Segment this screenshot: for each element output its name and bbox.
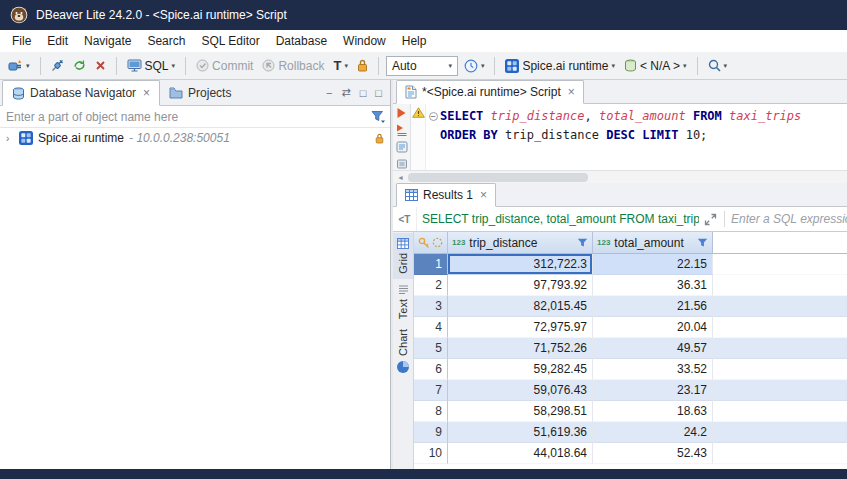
cell-total-amount[interactable]: 23.17 — [593, 380, 713, 401]
cell-total-amount[interactable]: 49.57 — [593, 338, 713, 359]
row-number[interactable]: 1 — [414, 254, 448, 275]
cell-total-amount[interactable]: 20.04 — [593, 317, 713, 338]
results-grid: 123 trip_distance 123 total_amount — [414, 232, 847, 469]
connection-lock-icon — [375, 133, 384, 144]
sql-editor[interactable]: − SELECT trip_distance, total_amount FRO… — [426, 104, 847, 170]
cell-trip-distance[interactable]: 51,619.36 — [448, 422, 593, 443]
execute-script-icon[interactable] — [396, 124, 408, 136]
menu-item-file[interactable]: File — [4, 31, 39, 51]
commit-button[interactable]: Commit — [193, 57, 256, 75]
row-number[interactable]: 10 — [414, 443, 448, 464]
toolbar-separator — [185, 57, 186, 75]
cell-trip-distance[interactable]: 59,282.45 — [448, 359, 593, 380]
menu-item-search[interactable]: Search — [139, 31, 193, 51]
close-icon[interactable]: × — [480, 188, 487, 202]
row-number[interactable]: 2 — [414, 275, 448, 296]
explain-plan-icon[interactable] — [396, 141, 408, 153]
filter-funnel-icon[interactable] — [371, 110, 385, 123]
row-number[interactable]: 8 — [414, 401, 448, 422]
view-tab-chart[interactable]: Chart — [393, 324, 413, 379]
maximize-icon[interactable]: □ — [375, 87, 382, 99]
filter-bar-separator — [724, 211, 725, 227]
menu-item-database[interactable]: Database — [268, 31, 335, 51]
grid-header-corner[interactable] — [414, 232, 448, 253]
object-name-filter-input[interactable] — [0, 106, 367, 127]
row-filler — [713, 296, 847, 317]
cell-total-amount[interactable]: 52.43 — [593, 443, 713, 464]
collapse-all-icon[interactable]: − — [326, 87, 332, 99]
scroll-left-icon[interactable]: ◄ — [393, 174, 408, 181]
connection-selector[interactable]: Spice.ai runtime ▾ — [502, 57, 618, 75]
row-number[interactable]: 4 — [414, 317, 448, 338]
database-selector[interactable]: < N/A > ▾ — [621, 57, 690, 75]
cell-total-amount[interactable]: 36.31 — [593, 275, 713, 296]
transaction-log-button[interactable]: T ▾ — [330, 56, 350, 75]
cell-total-amount[interactable]: 24.2 — [593, 422, 713, 443]
reconnect-button[interactable] — [70, 57, 89, 74]
script-options-icon[interactable] — [396, 158, 408, 170]
connection-name: Spice.ai runtime — [38, 131, 124, 145]
connection-tree-item[interactable]: › Spice.ai runtime - 10.0.0.238:50051 — [0, 128, 390, 148]
tab-results-1[interactable]: Results 1 × — [396, 183, 496, 207]
cell-total-amount[interactable]: 18.63 — [593, 401, 713, 422]
sort-filter-icon[interactable] — [697, 238, 708, 248]
cell-total-amount[interactable]: 21.56 — [593, 296, 713, 317]
editor-action-strip — [393, 104, 411, 170]
cell-total-amount[interactable]: 22.15 — [593, 254, 713, 275]
minimize-icon[interactable]: □ — [360, 87, 367, 99]
close-icon[interactable]: × — [143, 86, 150, 100]
cell-trip-distance[interactable]: 82,015.45 — [448, 296, 593, 317]
fold-collapse-icon[interactable]: − — [429, 112, 438, 121]
row-number[interactable]: 5 — [414, 338, 448, 359]
execute-statement-icon[interactable] — [396, 107, 407, 119]
cell-total-amount[interactable]: 33.52 — [593, 359, 713, 380]
menu-item-help[interactable]: Help — [394, 31, 435, 51]
menu-item-sql-editor[interactable]: SQL Editor — [193, 31, 267, 51]
tab-projects[interactable]: Projects — [160, 80, 240, 105]
view-tab-grid[interactable]: Grid — [393, 233, 413, 279]
main-toolbar: ▾ SQL ▾ Commit Rollback T ▾ — [0, 52, 847, 80]
row-number[interactable]: 3 — [414, 296, 448, 317]
tab-sql-script[interactable]: *<Spice.ai runtime> Script × — [396, 80, 584, 104]
menu-item-window[interactable]: Window — [335, 31, 394, 51]
cell-trip-distance[interactable]: 97,793.92 — [448, 275, 593, 296]
result-query-text[interactable]: SELECT trip_distance, total_amount FROM … — [417, 212, 699, 226]
results-filter-bar: <T SELECT trip_distance, total_amount FR… — [393, 207, 847, 232]
connection-address: - 10.0.0.238:50051 — [129, 131, 230, 145]
cell-trip-distance[interactable]: 71,752.26 — [448, 338, 593, 359]
expand-filter-icon[interactable] — [704, 213, 717, 226]
tab-database-navigator[interactable]: Database Navigator × — [2, 80, 160, 106]
cell-trip-distance[interactable]: 59,076.43 — [448, 380, 593, 401]
menu-item-navigate[interactable]: Navigate — [76, 31, 139, 51]
sql-line-1-text: SELECT trip_distance, total_amount FROM … — [440, 107, 801, 126]
commit-mode-combo[interactable]: Auto ▾ — [386, 56, 458, 76]
cell-trip-distance[interactable]: 72,975.97 — [448, 317, 593, 338]
sql-editor-button[interactable]: SQL ▾ — [124, 57, 179, 75]
row-number[interactable]: 9 — [414, 422, 448, 443]
row-number[interactable]: 7 — [414, 380, 448, 401]
cell-trip-distance[interactable]: 58,298.51 — [448, 401, 593, 422]
tree-expander-icon[interactable]: › — [6, 133, 14, 144]
column-header-trip-distance[interactable]: 123 trip_distance — [448, 232, 593, 253]
sql-token: LIMIT — [642, 128, 678, 142]
search-button[interactable]: ▾ — [705, 57, 731, 74]
menu-item-edit[interactable]: Edit — [39, 31, 76, 51]
editor-horizontal-scrollbar[interactable]: ◄ — [393, 170, 847, 183]
rollback-button[interactable]: Rollback — [259, 57, 327, 75]
connect-button[interactable] — [48, 57, 67, 74]
view-tab-text[interactable]: Text — [393, 279, 413, 324]
link-with-editor-icon[interactable]: ⇄ — [341, 86, 350, 99]
row-number[interactable]: 6 — [414, 359, 448, 380]
scrollbar-thumb[interactable] — [408, 173, 588, 182]
disconnect-button[interactable] — [92, 58, 109, 73]
search-icon — [708, 59, 721, 72]
cell-trip-distance[interactable]: 312,722.3 — [448, 254, 593, 275]
readonly-lock-button[interactable] — [354, 57, 371, 74]
filter-expression-input[interactable]: Enter a SQL expression to — [727, 212, 847, 226]
sort-filter-icon[interactable] — [577, 238, 588, 248]
new-connection-button[interactable]: ▾ — [5, 57, 33, 75]
query-history-button[interactable]: ▾ — [461, 57, 488, 75]
cell-trip-distance[interactable]: 44,018.64 — [448, 443, 593, 464]
close-icon[interactable]: × — [568, 85, 575, 99]
column-header-total-amount[interactable]: 123 total_amount — [593, 232, 713, 253]
